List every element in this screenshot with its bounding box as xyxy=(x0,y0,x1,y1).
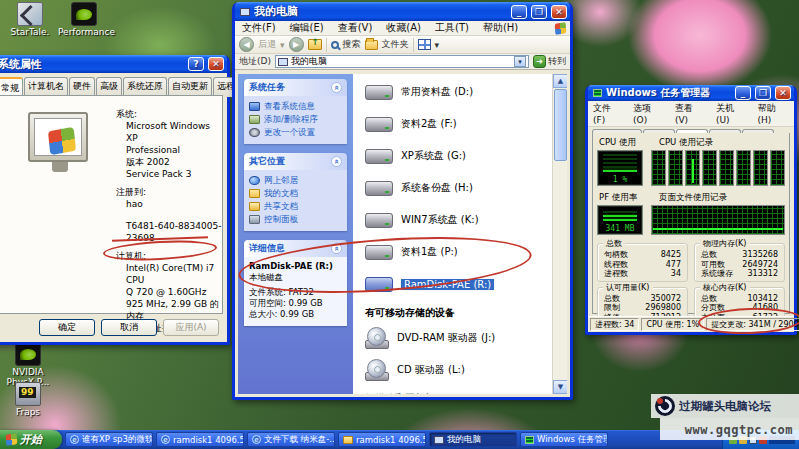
menu-tools[interactable]: 工具(T) xyxy=(428,20,476,36)
tab-auto-update[interactable]: 自动更新 xyxy=(168,77,212,97)
drive-item-p[interactable]: 资料1盘 (P:) xyxy=(365,236,552,268)
cpu-history-cell xyxy=(719,150,734,186)
tab-general[interactable]: 常规 xyxy=(0,77,23,97)
link-shared-documents[interactable]: 共享文档 xyxy=(249,200,343,213)
chevron-up-icon[interactable]: « xyxy=(331,82,342,93)
taskbar-item-browser1[interactable]: e 谁有XP sp3的微软... xyxy=(65,432,153,447)
menu-help[interactable]: 帮助(H) xyxy=(752,101,794,126)
views-dropdown-icon[interactable]: ▾ xyxy=(435,40,440,50)
menu-favorites[interactable]: 收藏(A) xyxy=(379,20,428,36)
tab-advanced[interactable]: 高级 xyxy=(96,77,122,97)
vertical-scrollbar[interactable]: ▲ ▼ xyxy=(552,74,567,394)
system-tasks-header[interactable]: 系统任务 « xyxy=(244,79,347,96)
desktop-icon-startale[interactable]: StarTale. xyxy=(4,2,56,37)
menu-view[interactable]: 查看(V) xyxy=(670,101,711,126)
taskbar-item-task-manager[interactable]: Windows 任务管理器 xyxy=(520,432,608,447)
pf-history-label: 页面文件使用记录 xyxy=(659,192,727,204)
close-button[interactable]: ✕ xyxy=(775,86,791,100)
chevron-up-icon[interactable]: « xyxy=(331,243,342,254)
drive-item-g[interactable]: XP系统盘 (G:) xyxy=(365,140,552,172)
stat-key: 总数 xyxy=(604,294,620,304)
link-view-system-info[interactable]: 查看系统信息 xyxy=(249,100,343,113)
menu-help[interactable]: 帮助(H) xyxy=(476,20,525,36)
scroll-up-icon[interactable]: ▲ xyxy=(553,74,567,88)
maximize-button[interactable]: ❐ xyxy=(531,5,547,19)
dialog-buttons: 确定 取消 应用(A) xyxy=(39,319,219,336)
up-directory-button[interactable] xyxy=(308,39,322,50)
drive-item-ramdisk-selected[interactable]: RamDisk-PAE (R:) xyxy=(365,268,552,300)
menu-file[interactable]: 文件(F) xyxy=(588,101,628,126)
tab-system-restore[interactable]: 系统还原 xyxy=(123,77,167,97)
link-change-setting[interactable]: 更改一个设置 xyxy=(249,126,343,139)
close-button[interactable]: ✕ xyxy=(551,5,567,19)
address-input[interactable]: 我的电脑 ▾ xyxy=(275,55,529,68)
folders-icon[interactable] xyxy=(365,40,378,50)
menu-edit[interactable]: 编辑(E) xyxy=(283,20,331,36)
menu-view[interactable]: 查看(V) xyxy=(331,20,380,36)
tab-computer-name[interactable]: 计算机名 xyxy=(24,77,68,97)
desktop-icon-fraps[interactable]: 99 Fraps xyxy=(2,382,54,417)
drive-item-cd[interactable]: CD 驱动器 (L:) xyxy=(365,354,552,386)
cpu-usage-label: CPU 使用 xyxy=(599,137,649,149)
menu-options[interactable]: 选项(O) xyxy=(628,101,670,126)
minimize-button[interactable]: _ xyxy=(511,5,527,19)
desktop-icon-performance[interactable]: Performance xyxy=(58,2,110,37)
cpu-history-cell xyxy=(753,150,768,186)
taskbar-item-my-computer[interactable]: 我的电脑 xyxy=(429,432,517,447)
taskbar-item-folder[interactable]: ramdisk1 4096.5 xyxy=(338,432,426,447)
drive-item-h[interactable]: 系统备份盘 (H:) xyxy=(365,172,552,204)
address-value: 我的电脑 xyxy=(291,55,327,68)
desktop-icon-nvidia-physx[interactable]: NVIDIA PhysX P... xyxy=(2,342,54,387)
pf-row: 341 MB xyxy=(597,205,785,235)
drive-item-dvd[interactable]: DVD-RAM 驱动器 (J:) xyxy=(365,322,552,354)
sysprops-info-text: 系统: Microsoft Windows XP Professional 版本… xyxy=(116,108,222,334)
link-add-remove-programs[interactable]: 添加/删除程序 xyxy=(249,113,343,126)
minimize-button[interactable]: _ xyxy=(735,86,751,100)
details-total-size: 总大小: 0.99 GB xyxy=(249,309,343,320)
link-my-documents[interactable]: 我的文档 xyxy=(249,187,343,200)
windows-flag-icon xyxy=(6,433,18,446)
tab-hardware[interactable]: 硬件 xyxy=(69,77,95,97)
window-titlebar[interactable]: Windows 任务管理器 _ ❐ ✕ xyxy=(588,85,794,101)
back-button[interactable]: ◀ xyxy=(239,37,254,52)
close-button[interactable]: ✕ xyxy=(208,57,224,71)
start-button[interactable]: 开始 xyxy=(0,430,62,449)
stat-value: 2649724 xyxy=(742,260,778,270)
menu-file[interactable]: 文件(F) xyxy=(235,20,283,36)
scroll-down-icon[interactable]: ▼ xyxy=(553,380,567,394)
taskbar-item-download[interactable]: e 文件下载 纳米盘-... xyxy=(247,432,335,447)
search-icon[interactable] xyxy=(331,41,339,49)
link-control-panel[interactable]: 控制面板 xyxy=(249,213,343,226)
toolbar: ◀ 后退 ▾ ▶ 搜索 文件夹 ▾ xyxy=(235,36,570,54)
maximize-button[interactable]: ❐ xyxy=(755,86,771,100)
address-dropdown-icon[interactable]: ▾ xyxy=(514,56,526,67)
group-title: 认可用量(K) xyxy=(603,282,653,293)
help-button[interactable]: ? xyxy=(188,57,204,71)
fraps-icon: 99 xyxy=(15,382,41,406)
other-places-title: 其它位置 xyxy=(249,155,285,168)
drive-item-d[interactable]: 常用资料盘 (D:) xyxy=(365,76,552,108)
scrollbar-thumb[interactable] xyxy=(554,89,567,161)
monitor-stand xyxy=(52,162,68,172)
taskbar-item-browser2[interactable]: e ramdisk1 4096.5... xyxy=(156,432,244,447)
dialog-titlebar[interactable]: 系统属性 ? ✕ xyxy=(0,55,227,73)
forward-button[interactable]: ▶ xyxy=(289,37,304,52)
cancel-button[interactable]: 取消 xyxy=(101,319,157,336)
go-button[interactable]: ➜ 转到 xyxy=(533,55,566,68)
other-places-header[interactable]: 其它位置 « xyxy=(244,153,347,170)
watermark-url: www.gqgtpc.com xyxy=(685,423,793,437)
menu-shutdown[interactable]: 关机(U) xyxy=(711,101,752,126)
link-network-places[interactable]: 网上邻居 xyxy=(249,174,343,187)
ok-button[interactable]: 确定 xyxy=(39,319,95,336)
forum-watermark: 过期罐头电脑论坛 www.gqgtpc.com xyxy=(651,394,799,440)
drive-item-f[interactable]: 资料2盘 (F:) xyxy=(365,108,552,140)
chevron-up-icon[interactable]: « xyxy=(331,156,342,167)
window-titlebar[interactable]: 我的电脑 _ ❐ ✕ xyxy=(235,2,570,21)
back-dropdown-icon[interactable]: ▾ xyxy=(280,40,285,50)
views-icon[interactable] xyxy=(418,39,431,50)
my-computer-icon xyxy=(434,436,444,444)
link-label: 共享文档 xyxy=(264,200,298,213)
drive-item-k[interactable]: WIN7系统盘 (K:) xyxy=(365,204,552,236)
cpu-history-cell xyxy=(736,150,751,186)
details-header[interactable]: 详细信息 « xyxy=(244,240,347,257)
